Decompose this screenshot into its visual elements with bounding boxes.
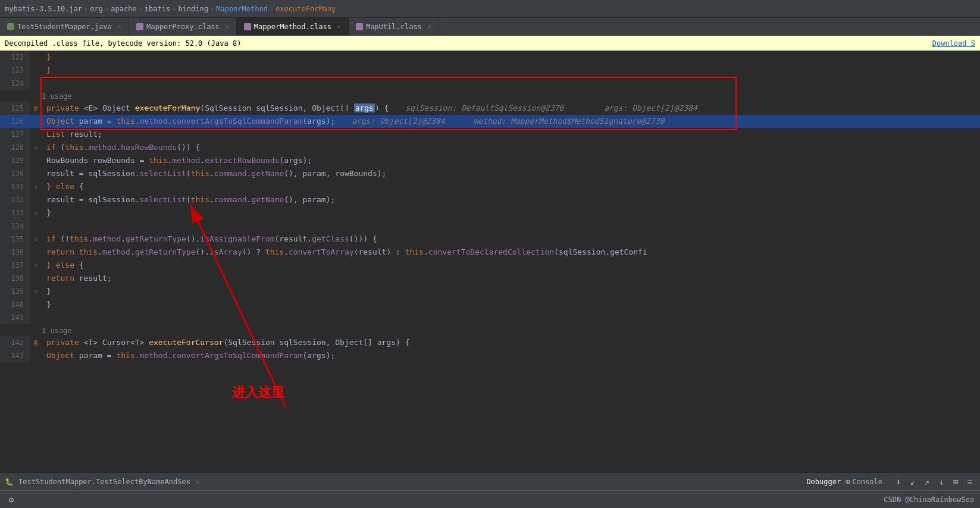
code-line-141: 141 [0, 311, 980, 324]
close-tab-1[interactable]: ✕ [118, 23, 121, 30]
breadcrumb-mappermethod[interactable]: MapperMethod [216, 5, 268, 13]
status-bar: ⚙ CSDN @ChinaRainbowSea [0, 490, 980, 508]
debug-icon: 🐛 [5, 478, 14, 486]
debugger-tab[interactable]: Debugger [806, 478, 841, 486]
status-settings-icon[interactable]: ⚙ [6, 494, 17, 505]
status-csdn-text: CSDN @ChinaRainbowSea [884, 496, 974, 504]
breadcrumb-ibatis[interactable]: ibatis [145, 5, 170, 13]
code-line-126: 126 Object param = this.method.convertAr… [0, 115, 980, 128]
tab-icon-green [7, 23, 14, 30]
code-line-129: 129 RowBounds rowBounds = this.method.ex… [0, 154, 980, 167]
debug-close[interactable]: ✕ [195, 478, 199, 486]
tab-icon-purple1 [136, 23, 143, 30]
code-line-130: 130 result = sqlSession.selectList(this.… [0, 167, 980, 180]
code-line-133: 133 ◇ } [0, 206, 980, 219]
breadcrumb-binding[interactable]: binding [178, 5, 208, 13]
code-line-139: 139 ◇ } [0, 285, 980, 298]
code-line-128: 128 ◇ if (this.method.hasRowBounds()) { [0, 141, 980, 154]
tab-maputil[interactable]: MapUtil.class ✕ [349, 18, 439, 35]
close-tab-2[interactable]: ✕ [226, 23, 229, 30]
code-line-137: 137 ◇ } else { [0, 259, 980, 272]
close-tab-3[interactable]: ✕ [337, 23, 341, 30]
debug-session-label: TestStudentMapper.TestSelectByNameAndSex [18, 478, 190, 486]
console-tab[interactable]: ⊞ Console [846, 478, 882, 486]
code-line-134: 134 [0, 219, 980, 233]
code-line-140: 140 } [0, 298, 980, 311]
code-line-135: 135 ◇ if (!this.method.getReturnType().i… [0, 233, 980, 246]
breadcrumb-jar: mybatis-3.5.10.jar [5, 5, 82, 13]
code-line-127: 127 List result; [0, 128, 980, 141]
debugger-tab-label: Debugger [806, 478, 841, 486]
breadcrumb-org[interactable]: org [90, 5, 103, 13]
info-bar: Decompiled .class file, bytecode version… [0, 36, 980, 51]
chinese-annotation: 进入这里 [232, 384, 284, 402]
step-over-button[interactable]: ⬇ [893, 476, 904, 487]
code-line-132: 132 result = sqlSession.selectList(this.… [0, 193, 980, 206]
tab-icon-purple3 [356, 23, 363, 30]
breadcrumb-bar: mybatis-3.5.10.jar › org › apache › ibat… [0, 0, 980, 18]
code-area: 进入这里 122 } 123 } 124 1 usage 125 @ priva… [0, 51, 980, 472]
tabs-bar: TestStudentMapper.java ✕ MapperProxy.cla… [0, 18, 980, 36]
table-view-button[interactable]: ⊞ [950, 476, 961, 487]
code-usage-hint-2: 1 usage [0, 324, 980, 336]
breadcrumb-apache[interactable]: apache [111, 5, 136, 13]
code-line-123: 123 } [0, 64, 980, 77]
info-message: Decompiled .class file, bytecode version… [5, 39, 241, 48]
code-usage-hint-1: 1 usage [0, 90, 980, 102]
code-line-142: 142 @ private <T> Cursor<T> executeForCu… [0, 336, 980, 349]
code-line-143: 143 Object param = this.method.convertAr… [0, 349, 980, 362]
code-line-131: 131 ◇ } else { [0, 180, 980, 193]
run-to-cursor-button[interactable]: ↓ [936, 476, 947, 487]
step-into-button[interactable]: ↙ [907, 476, 918, 487]
download-link[interactable]: Download S [932, 39, 975, 48]
code-line-122: 122 } [0, 51, 980, 64]
code-line-138: 138 return result; [0, 272, 980, 285]
tab-teststudentmapper[interactable]: TestStudentMapper.java ✕ [0, 18, 129, 35]
console-icon: ⊞ [846, 478, 850, 486]
debug-bar: 🐛 TestStudentMapper.TestSelectByNameAndS… [0, 472, 980, 490]
close-tab-4[interactable]: ✕ [428, 23, 431, 30]
tab-mappermethod[interactable]: MapperMethod.class ✕ [237, 18, 349, 35]
status-left: ⚙ [6, 494, 17, 505]
code-line-125: 125 @ private <E> Object executeForMany(… [0, 102, 980, 115]
more-button[interactable]: ≡ [965, 476, 975, 487]
console-tab-label: Console [852, 478, 882, 486]
tab-mapperproxy[interactable]: MapperProxy.class ✕ [129, 18, 237, 35]
status-right: CSDN @ChinaRainbowSea [884, 496, 974, 504]
code-line-124: 124 [0, 77, 980, 90]
code-line-136: 136 return this.method.getReturnType().i… [0, 246, 980, 259]
tab-icon-purple2 [244, 23, 251, 30]
step-out-button[interactable]: ↗ [922, 476, 932, 487]
breadcrumb-executeformany[interactable]: executeForMany [275, 5, 336, 13]
